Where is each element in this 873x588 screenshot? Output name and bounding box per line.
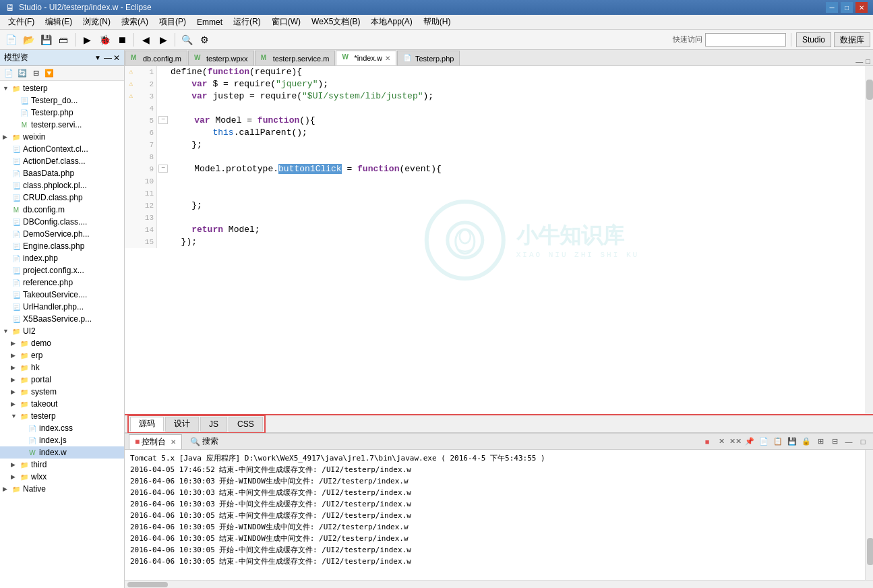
tb-save-all[interactable]: 🗃	[55, 32, 71, 48]
tab-css[interactable]: CSS	[229, 417, 263, 432]
console-min-btn[interactable]: —	[843, 436, 855, 448]
tb-stop[interactable]: ⏹	[114, 32, 130, 48]
tree-item-testerp-servi[interactable]: M testerp.servi...	[0, 119, 124, 131]
tree-item-crud[interactable]: 📃 CRUD.class.php	[0, 192, 124, 204]
menu-project[interactable]: 项目(P)	[154, 15, 191, 29]
tree-item-testerp-ui2[interactable]: ▼ 📁 testerp	[0, 410, 124, 422]
code-scroll-y[interactable]	[865, 66, 873, 414]
console-tab-main[interactable]: ■ 控制台 ✕	[129, 434, 182, 449]
fold-icon-9[interactable]: −	[158, 165, 168, 173]
tab-db-config[interactable]: M db.config.m	[125, 51, 187, 65]
menu-run[interactable]: 运行(R)	[228, 15, 266, 29]
tree-item-index-css[interactable]: 📄 index.css	[0, 422, 124, 434]
tree-item-ui2[interactable]: ▼ 📁 UI2	[0, 325, 124, 337]
console-tab-close[interactable]: ✕	[171, 438, 176, 446]
tree-item-index-php[interactable]: 📄 index.php	[0, 252, 124, 264]
tree-item-hk[interactable]: ▶ 📁 hk	[0, 361, 124, 374]
tree-item-index-w[interactable]: W index.w	[0, 446, 124, 459]
panel-tb-collapse[interactable]: ⊟	[30, 67, 42, 80]
tab-index-w[interactable]: W *index.w ✕	[336, 51, 396, 65]
code-editor[interactable]: 小牛知识库 XIAO NIU ZHI SHI KU ⚠ 1 define(fun…	[125, 66, 865, 414]
tab-testerp-service[interactable]: M testerp.service.m	[255, 51, 336, 65]
tree-item-baasdata[interactable]: 📄 BaasData.php	[0, 167, 124, 179]
close-button[interactable]: ✕	[855, 2, 868, 13]
console-expand-btn[interactable]: ⊞	[814, 436, 826, 448]
panel-collapse-button[interactable]: —	[104, 53, 112, 63]
tab-testerp-php[interactable]: 📄 Testerp.php	[397, 51, 460, 65]
console-scroll-lock-btn[interactable]: 🔒	[800, 436, 812, 448]
console-remove-btn[interactable]: ✕✕	[729, 436, 742, 448]
tab-design[interactable]: 设计	[165, 417, 199, 432]
menu-help[interactable]: 帮助(H)	[418, 15, 456, 29]
tree-item-testerp[interactable]: ▼ 📁 testerp	[0, 82, 124, 94]
console-max-btn[interactable]: □	[857, 436, 869, 448]
minimize-button[interactable]: ─	[826, 2, 838, 13]
tree-item-wlxx[interactable]: ▶ 📁 wlxx	[0, 471, 124, 483]
console-hscroll[interactable]	[125, 580, 873, 588]
database-button[interactable]: 数据库	[834, 32, 870, 47]
quick-access-input[interactable]	[705, 33, 786, 47]
panel-tb-filter[interactable]: 🔽	[43, 67, 55, 80]
tb-open[interactable]: 📂	[20, 32, 36, 48]
tree-item-actioncontext[interactable]: 📃 ActionContext.cl...	[0, 143, 124, 155]
tree-item-classphplock[interactable]: 📃 class.phplock.pl...	[0, 179, 124, 192]
tree-item-demo[interactable]: ▶ 📁 demo	[0, 337, 124, 349]
console-body[interactable]: Tomcat 5.x [Java 应用程序] D:\work\WeX5_4917…	[125, 450, 865, 580]
tree-item-weixin[interactable]: ▶ 📁 weixin	[0, 131, 124, 143]
tb-forward[interactable]: ▶	[155, 32, 171, 48]
studio-button[interactable]: Studio	[796, 32, 831, 47]
tb-back[interactable]: ◀	[138, 32, 154, 48]
console-hscroll-bar[interactable]	[127, 582, 168, 587]
tree-item-takeout[interactable]: 📃 TakeoutService....	[0, 289, 124, 301]
tree-item-testerp-php[interactable]: 📄 Testerp.php	[0, 107, 124, 119]
menu-window[interactable]: 窗口(W)	[266, 15, 306, 29]
tb-search[interactable]: 🔍	[179, 32, 195, 48]
tb-debug[interactable]: 🐞	[96, 32, 113, 48]
tree-item-engine[interactable]: 📃 Engine.class.php	[0, 240, 124, 252]
console-copy-btn[interactable]: 📋	[772, 436, 784, 448]
console-scrollbar-y[interactable]	[865, 450, 873, 580]
tab-testerp-wp[interactable]: W testerp.wpxx	[188, 51, 254, 65]
menu-localapp[interactable]: 本地App(A)	[365, 15, 417, 29]
fold-icon-5[interactable]: −	[158, 116, 168, 124]
tree-item-reference[interactable]: 📄 reference.php	[0, 276, 124, 289]
maximize-button[interactable]: □	[841, 2, 853, 13]
tab-bar-min-btn[interactable]: —	[855, 57, 863, 65]
tree-item-actiondef[interactable]: 📃 ActionDef.class...	[0, 155, 124, 167]
menu-browse[interactable]: 浏览(N)	[78, 15, 116, 29]
tab-source[interactable]: 源码	[130, 417, 164, 432]
tree-item-testerp-do[interactable]: 📃 Testerp_do...	[0, 94, 124, 107]
tb-new[interactable]: 📄	[3, 32, 19, 48]
menu-search[interactable]: 搜索(A)	[116, 15, 154, 29]
tab-js[interactable]: JS	[200, 417, 227, 432]
menu-emmet[interactable]: Emmet	[191, 16, 228, 28]
panel-min-button[interactable]: ✕	[113, 53, 120, 63]
tree-item-x5baas[interactable]: 📃 X5BaasService.p...	[0, 313, 124, 325]
console-stop-btn[interactable]: ■	[701, 436, 713, 448]
tab-bar-max-btn[interactable]: □	[866, 57, 870, 65]
panel-tb-refresh[interactable]: 🔄	[16, 67, 28, 80]
console-collapse-btn[interactable]: ⊟	[829, 436, 841, 448]
tree-item-urlhandler[interactable]: 📃 UrlHandler.php...	[0, 301, 124, 313]
tree-item-takeout-folder[interactable]: ▶ 📁 takeout	[0, 398, 124, 410]
tb-run[interactable]: ▶	[79, 32, 95, 48]
editor-container[interactable]: 小牛知识库 XIAO NIU ZHI SHI KU ⚠ 1 define(fun…	[125, 66, 865, 414]
tree-item-index-js[interactable]: 📄 index.js	[0, 434, 124, 446]
menu-file[interactable]: 文件(F)	[3, 15, 40, 29]
console-pin-btn[interactable]: 📌	[744, 436, 756, 448]
tree-item-portal[interactable]: ▶ 📁 portal	[0, 374, 124, 386]
tree-item-native[interactable]: ▶ 📁 Native	[0, 483, 124, 495]
tree-item-dbconfig-class[interactable]: 📃 DBConfig.class....	[0, 216, 124, 228]
menu-edit[interactable]: 编辑(E)	[40, 15, 78, 29]
console-new-btn[interactable]: 📄	[758, 436, 770, 448]
tree-item-demoservice[interactable]: 📄 DemoService.ph...	[0, 228, 124, 240]
console-tab-search[interactable]: 🔍 搜索	[185, 434, 224, 448]
tb-save[interactable]: 💾	[38, 32, 54, 48]
tree-item-system[interactable]: ▶ 📁 system	[0, 386, 124, 398]
console-clear-btn[interactable]: ✕	[715, 436, 727, 448]
panel-menu-icon[interactable]: ▼	[94, 54, 101, 61]
menu-wex5docs[interactable]: WeX5文档(B)	[306, 15, 365, 29]
tree-item-third[interactable]: ▶ 📁 third	[0, 459, 124, 471]
tab-close-icon[interactable]: ✕	[385, 55, 390, 62]
console-save-btn[interactable]: 💾	[786, 436, 798, 448]
